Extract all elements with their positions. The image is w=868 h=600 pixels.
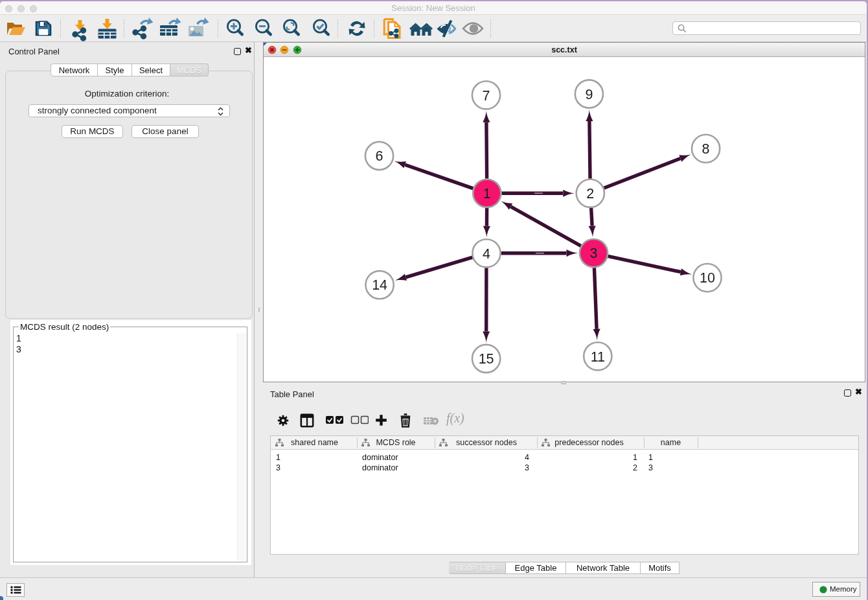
svg-text:7: 7 (483, 88, 490, 104)
svg-text:4: 4 (483, 246, 490, 262)
svg-text:10: 10 (700, 270, 715, 286)
svg-text:1: 1 (483, 186, 491, 202)
svg-text:15: 15 (479, 351, 494, 367)
svg-text:9: 9 (585, 87, 593, 102)
svg-text:3: 3 (590, 246, 598, 261)
svg-text:8: 8 (702, 141, 710, 157)
svg-text:11: 11 (591, 349, 605, 365)
svg-text:6: 6 (376, 148, 383, 164)
svg-text:2: 2 (586, 186, 594, 202)
svg-text:14: 14 (372, 277, 387, 293)
